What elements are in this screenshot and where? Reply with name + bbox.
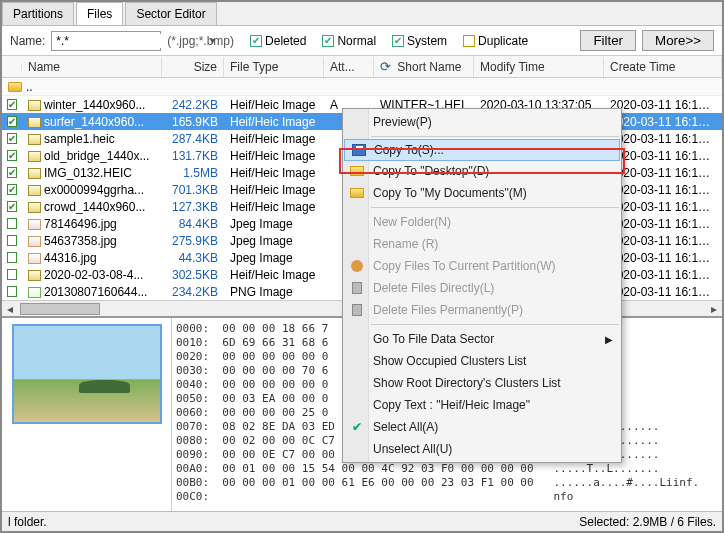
scroll-left-icon[interactable]: ◂ (2, 302, 18, 316)
file-size[interactable]: 1.5MB (183, 166, 218, 180)
menu-root-clusters[interactable]: Show Root Directory's Clusters List (343, 372, 621, 394)
col-modify[interactable]: Modify Time (474, 57, 604, 77)
file-name: 44316.jpg (44, 251, 97, 265)
row-checkbox[interactable]: ✔ (7, 133, 17, 144)
row-checkbox[interactable]: ✔ (7, 252, 17, 263)
file-name: crowd_1440x960... (44, 200, 145, 214)
file-size[interactable]: 302.5KB (172, 268, 218, 282)
filter-bar: Name: ▾ (*.jpg;*.bmp) ✔Deleted ✔Normal ✔… (2, 26, 722, 56)
file-size[interactable]: 44.3KB (179, 251, 218, 265)
col-size[interactable]: Size (162, 57, 224, 77)
row-checkbox[interactable]: ✔ (7, 150, 17, 161)
folder-icon (8, 82, 22, 92)
filter-system[interactable]: ✔System (392, 34, 447, 48)
check-icon: ✔ (349, 419, 365, 435)
file-icon (28, 236, 41, 247)
menu-occupied-clusters[interactable]: Show Occupied Clusters List (343, 350, 621, 372)
file-type: Heif/Heic Image (224, 183, 324, 197)
menu-select-all[interactable]: ✔Select All(A) (343, 416, 621, 438)
col-att[interactable]: Att... (324, 57, 374, 77)
tab-sector-editor[interactable]: Sector Editor (125, 2, 216, 25)
row-checkbox[interactable]: ✔ (7, 269, 17, 280)
filter-deleted[interactable]: ✔Deleted (250, 34, 306, 48)
menu-copy-documents[interactable]: Copy To "My Documents"(M) (343, 182, 621, 204)
menu-copy-to[interactable]: Copy To(S)... (344, 139, 620, 161)
col-type[interactable]: File Type (224, 57, 324, 77)
file-type: Heif/Heic Image (224, 200, 324, 214)
row-checkbox[interactable]: ✔ (7, 286, 17, 297)
file-size[interactable]: 84.4KB (179, 217, 218, 231)
menu-copy-partition: Copy Files To Current Partition(W) (343, 255, 621, 277)
file-name: 54637358.jpg (44, 234, 117, 248)
column-headers: Name Size File Type Att... ⟳ Short Name … (2, 56, 722, 78)
status-left: l folder. (8, 515, 47, 529)
trash-icon (352, 282, 362, 294)
col-create[interactable]: Create Time (604, 57, 722, 77)
menu-new-folder: New Folder(N) (343, 211, 621, 233)
file-size[interactable]: 127.3KB (172, 200, 218, 214)
col-short[interactable]: ⟳ Short Name (374, 56, 474, 77)
folder-icon (350, 188, 364, 198)
more-button[interactable]: More>> (642, 30, 714, 51)
file-name: IMG_0132.HEIC (44, 166, 132, 180)
row-checkbox[interactable]: ✔ (7, 184, 17, 195)
status-bar: l folder. Selected: 2.9MB / 6 Files. (2, 511, 722, 531)
file-type: Heif/Heic Image (224, 98, 324, 112)
file-size[interactable]: 242.2KB (172, 98, 218, 112)
preview-pane (2, 318, 172, 511)
file-icon (28, 134, 41, 145)
file-type: Heif/Heic Image (224, 132, 324, 146)
menu-copy-desktop[interactable]: Copy To "Desktop"(D) (343, 160, 621, 182)
file-name: 2020-02-03-08-4... (44, 268, 143, 282)
file-icon (28, 151, 41, 162)
row-checkbox[interactable]: ✔ (7, 167, 17, 178)
preview-thumbnail[interactable] (12, 324, 162, 424)
file-name: ex0000994ggrha... (44, 183, 144, 197)
row-checkbox[interactable]: ✔ (7, 235, 17, 246)
file-name: old_bridge_1440x... (44, 149, 149, 163)
file-icon (28, 117, 41, 128)
file-type: Jpeg Image (224, 234, 324, 248)
row-checkbox[interactable]: ✔ (7, 218, 17, 229)
scroll-right-icon[interactable]: ▸ (706, 302, 722, 316)
tab-files[interactable]: Files (76, 2, 123, 25)
disc-icon (351, 260, 363, 272)
row-checkbox[interactable]: ✔ (7, 116, 17, 127)
menu-copy-text[interactable]: Copy Text : "Heif/Heic Image" (343, 394, 621, 416)
filter-normal[interactable]: ✔Normal (322, 34, 376, 48)
file-type: Heif/Heic Image (224, 268, 324, 282)
name-pattern-combo[interactable]: ▾ (51, 31, 161, 51)
save-icon (352, 144, 366, 156)
file-icon (28, 253, 41, 264)
row-checkbox[interactable]: ✔ (7, 99, 17, 110)
menu-preview[interactable]: Preview(P) (343, 111, 621, 133)
file-icon (28, 270, 41, 281)
folder-icon (350, 166, 364, 176)
file-size[interactable]: 275.9KB (172, 234, 218, 248)
file-size[interactable]: 234.2KB (172, 285, 218, 299)
tab-partitions[interactable]: Partitions (2, 2, 74, 25)
file-icon (28, 287, 41, 298)
menu-unselect-all[interactable]: Unselect All(U) (343, 438, 621, 460)
file-size[interactable]: 287.4KB (172, 132, 218, 146)
col-name[interactable]: Name (22, 57, 162, 77)
row-checkbox[interactable]: ✔ (7, 201, 17, 212)
trash-icon (352, 304, 362, 316)
filter-duplicate[interactable]: Duplicate (463, 34, 528, 48)
file-type: Jpeg Image (224, 217, 324, 231)
file-size[interactable]: 165.9KB (172, 115, 218, 129)
scrollbar-thumb[interactable] (20, 303, 100, 315)
menu-delete-perm: Delete Files Permanently(P) (343, 299, 621, 321)
filter-button[interactable]: Filter (580, 30, 636, 51)
pattern-hint: (*.jpg;*.bmp) (167, 34, 234, 48)
menu-rename: Rename (R) (343, 233, 621, 255)
file-type: Heif/Heic Image (224, 115, 324, 129)
submenu-arrow-icon: ▶ (605, 334, 613, 345)
breadcrumb[interactable]: .. (2, 78, 722, 96)
breadcrumb-text: .. (26, 80, 33, 94)
file-size[interactable]: 701.3KB (172, 183, 218, 197)
context-menu[interactable]: Preview(P) Copy To(S)... Copy To "Deskto… (342, 108, 622, 463)
file-size[interactable]: 131.7KB (172, 149, 218, 163)
file-name: 78146496.jpg (44, 217, 117, 231)
menu-goto-sector[interactable]: Go To File Data Sector▶ (343, 328, 621, 350)
